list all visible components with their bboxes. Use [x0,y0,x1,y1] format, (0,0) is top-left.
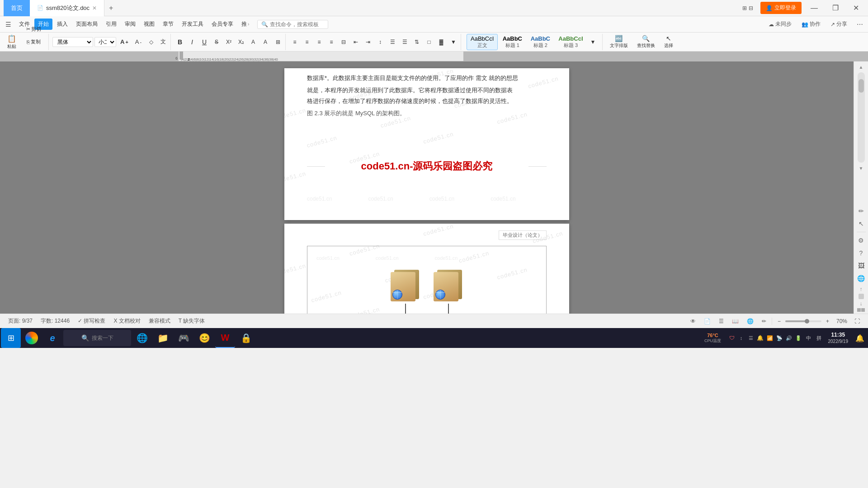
collab-button[interactable]: 👥 协作 [798,19,824,30]
superscript-button[interactable]: X² [223,36,234,48]
fill-button[interactable]: ▼ [448,36,459,48]
globe-tool-icon[interactable]: 🌐 [856,273,867,284]
insert-menu-button[interactable]: 插入 [53,19,71,30]
spell-check-status[interactable]: ✓ 拼写检查 [75,316,108,326]
view-menu-button[interactable]: 视图 [140,19,158,30]
book-view-icon[interactable]: 📖 [729,317,741,325]
style-heading1[interactable]: AaBbC 标题 1 [499,34,526,50]
clear-format-button[interactable]: ◇ [146,36,156,48]
tray-icon-2[interactable]: ↕ [737,328,746,348]
align-center-button[interactable]: ≡ [302,36,312,48]
more-menu-button[interactable]: 推 › [238,19,253,30]
style-heading3[interactable]: AaBbCcI 标题 3 [555,34,586,50]
underline-button[interactable]: U [199,36,210,48]
tab-close-icon[interactable]: ✕ [92,5,97,11]
fullscreen-button[interactable]: ⛶ [852,317,863,325]
page-up-button[interactable]: ↑ [858,286,865,293]
tray-icon-1[interactable]: 🛡 [727,328,736,348]
scroll-thumb[interactable] [859,79,864,93]
page-view-icon[interactable]: 📄 [701,317,713,325]
outline-view-icon[interactable]: ☰ [716,317,726,325]
expand-left-button[interactable] [857,308,861,312]
tray-icon-wifi[interactable]: 📡 [775,328,784,348]
notification-center-button[interactable]: 🔔 [853,328,867,348]
tray-icon-battery[interactable]: 🔋 [794,328,803,348]
reference-menu-button[interactable]: 引用 [102,19,120,30]
tray-icon-4[interactable]: 🔔 [756,328,765,348]
cpu-temp-display[interactable]: 76°C CPU温度 [699,328,726,348]
image-tool-icon[interactable]: 🖼 [856,260,867,271]
doc-check-status[interactable]: X 文档校对 [111,316,143,326]
line-spacing-button[interactable]: ↕ [375,36,386,48]
zoom-level-display[interactable]: 70% [834,317,850,325]
dev-tools-menu-button[interactable]: 开发工具 [178,19,207,30]
taskbar-app-browser[interactable]: 🌐 [132,328,152,348]
annotation-view-icon[interactable]: ✏ [759,317,769,325]
login-button[interactable]: 👤 立即登录 [760,2,802,14]
zoom-handle[interactable] [805,319,809,324]
tray-icon-lang[interactable]: 中 [803,328,814,348]
border-text-button[interactable]: ⊞ [273,36,283,48]
page-down-button[interactable]: ↓ [858,300,865,307]
taskbar-app-lock[interactable]: 🔒 [236,328,256,348]
hamburger-menu-icon[interactable]: ☰ [2,18,14,31]
taskbar-app-emoji[interactable]: 😊 [194,328,214,348]
distribute-button[interactable]: ⊟ [338,36,349,48]
italic-button[interactable]: I [187,36,198,48]
sort-button[interactable]: ⇅ [411,36,422,48]
tab-add-button[interactable]: + [104,0,118,16]
copy-button[interactable]: ⎘ 复制 [20,36,47,48]
scroll-up-button[interactable]: ▲ [858,63,865,70]
minimize-button[interactable]: — [805,0,823,16]
shading-button[interactable]: ▓ [436,36,447,48]
number-list-button[interactable]: ☰ [399,36,410,48]
increase-indent-button[interactable]: ⇥ [363,36,373,48]
taskbar-app-swirl[interactable] [22,328,42,348]
bullet-list-button[interactable]: ☰ [387,36,398,48]
strikethrough-button[interactable]: S [211,36,222,48]
paste-button[interactable]: 📋 粘贴 [5,36,19,48]
style-normal[interactable]: AaBbCcI 正文 [467,34,498,50]
font-color-button[interactable]: A [248,36,259,48]
phonetic-button[interactable]: 文 [158,36,169,48]
help-tool-icon[interactable]: ? [856,248,867,258]
settings-tool-icon[interactable]: ⚙ [856,235,867,246]
command-search-input[interactable] [270,21,324,28]
word-count-status[interactable]: 字数: 12446 [38,316,72,326]
cut-button[interactable]: ✂ 剪切 [20,23,47,35]
scroll-down-button[interactable]: ▼ [858,164,865,172]
style-heading2[interactable]: AaBbC 标题 2 [527,34,554,50]
web-view-icon[interactable]: 🌐 [744,317,756,325]
find-replace-button[interactable]: 🔍 查找替换 [634,33,658,50]
compat-mode-status[interactable]: 兼容模式 [146,316,173,326]
tray-icon-5[interactable]: 📶 [765,328,774,348]
font-size-up-button[interactable]: A+ [118,36,131,48]
restore-button[interactable]: ❐ [827,0,844,16]
font-size-down-button[interactable]: A- [132,36,144,48]
taskbar-app-ie[interactable]: e [42,328,62,348]
system-clock[interactable]: 11:35 2022/9/19 [825,328,852,348]
eye-view-icon[interactable]: 👁 [688,317,698,325]
tab-home[interactable]: 首页 [4,0,30,16]
tray-icon-input[interactable]: 拼 [815,328,824,348]
decrease-indent-button[interactable]: ⇤ [350,36,361,48]
taskbar-app-folder[interactable]: 📁 [153,328,173,348]
review-menu-button[interactable]: 审阅 [121,19,139,30]
zoom-out-button[interactable]: − [775,317,783,325]
tray-icon-3[interactable]: ☰ [746,328,755,348]
more-options-icon[interactable]: ⋯ [854,18,866,31]
zoom-slider[interactable] [785,320,821,322]
page-info-status[interactable]: 页面: 9/37 [5,316,35,326]
bold-button[interactable]: B [175,36,185,48]
vip-menu-button[interactable]: 会员专享 [208,19,237,30]
view-toggle-button[interactable]: ⊞ ⊟ [739,3,757,13]
expand-right-button[interactable] [861,308,865,312]
tray-icon-speaker[interactable]: 🔊 [784,328,793,348]
cursor-tool-icon[interactable]: ↖ [856,218,867,229]
text-layout-button[interactable]: 🔤 文字排版 [607,33,631,50]
sync-button[interactable]: ☁ 未同步 [765,19,795,30]
justify-button[interactable]: ≡ [326,36,337,48]
font-name-select[interactable]: 黑体 [52,37,93,47]
start-button[interactable]: ⊞ [1,328,21,348]
missing-font-status[interactable]: T 缺失字体 [176,316,208,326]
